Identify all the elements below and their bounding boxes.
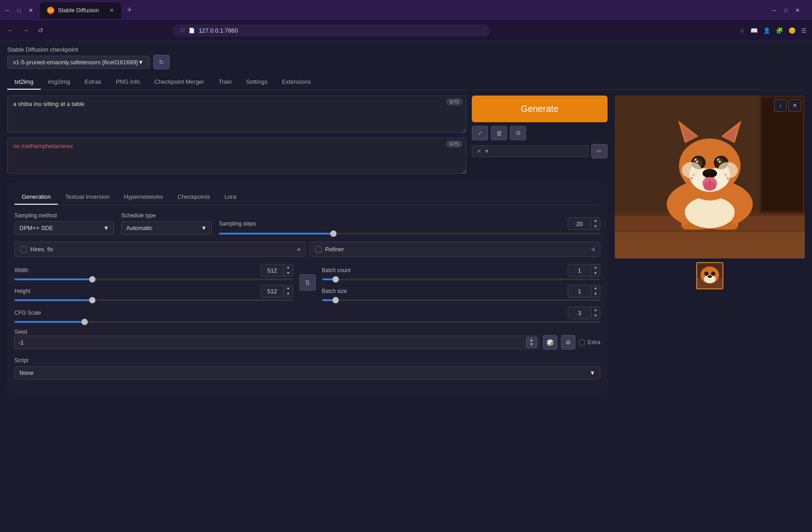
- extra-checkbox[interactable]: [579, 340, 585, 345]
- refresh-checkpoint-button[interactable]: ↻: [153, 55, 170, 69]
- menu-icon[interactable]: ☰: [801, 27, 807, 34]
- tab-extras[interactable]: Extras: [77, 75, 109, 90]
- steps-slider-thumb[interactable]: [330, 230, 337, 237]
- minimize-button[interactable]: ─: [4, 7, 11, 14]
- browser-tab-active[interactable]: SD Stable Diffusion ✕: [40, 2, 121, 19]
- height-value[interactable]: [261, 286, 284, 297]
- gen-tab-lora[interactable]: Lora: [217, 190, 243, 205]
- height-down[interactable]: ▼: [284, 291, 293, 297]
- steps-up-arrow[interactable]: ▲: [591, 218, 600, 224]
- batch-count-up[interactable]: ▲: [591, 264, 600, 270]
- close-image-button[interactable]: ✕: [788, 99, 801, 112]
- address-bar[interactable]: 🛡 📄 127.0.0.1:7860: [173, 24, 489, 37]
- tab-checkpoint-merger[interactable]: Checkpoint Merger: [147, 75, 211, 90]
- sampling-method-dropdown[interactable]: DPM++ SDE ▼: [14, 221, 114, 235]
- refiner-checkbox[interactable]: [315, 246, 322, 253]
- batch-size-down[interactable]: ▼: [591, 291, 600, 297]
- star-icon[interactable]: ☆: [740, 27, 745, 34]
- batch-count-down[interactable]: ▼: [591, 270, 600, 276]
- tab-close-icon[interactable]: ✕: [109, 7, 114, 14]
- tab-settings[interactable]: Settings: [239, 75, 275, 90]
- batch-size-input[interactable]: ▲ ▼: [568, 285, 600, 297]
- gen-tab-hypernetworks[interactable]: Hypernetworks: [117, 190, 171, 205]
- prompt-generate-row: 9/75 a shiba inu sitting at a table 6/75…: [7, 96, 608, 179]
- swap-dimensions-button[interactable]: ⇅: [299, 274, 316, 291]
- cfg-scale-value[interactable]: [568, 308, 591, 318]
- checkpoint-section: Stable Diffusion checkpoint v1-5-pruned-…: [7, 46, 805, 69]
- checkbox-row: Hires. fix ◀ Refiner ◀: [14, 242, 600, 257]
- tab-png-info[interactable]: PNG Info: [109, 75, 147, 90]
- sampling-steps-slider[interactable]: [219, 233, 600, 235]
- batch-size-slider[interactable]: [322, 299, 601, 301]
- browser-minimize[interactable]: ─: [770, 7, 778, 14]
- width-down[interactable]: ▼: [284, 270, 293, 276]
- width-input[interactable]: ▲ ▼: [261, 264, 293, 277]
- height-slider[interactable]: [14, 299, 293, 301]
- trash-button[interactable]: 🗑: [491, 126, 507, 140]
- copy-button[interactable]: ⧉: [510, 126, 526, 140]
- style-dropdown[interactable]: ✕ ▼: [472, 145, 589, 157]
- batch-count-slider[interactable]: [322, 278, 601, 280]
- seed-dice-button[interactable]: 🎲: [543, 335, 557, 350]
- negative-prompt-input[interactable]: no methamphetamines: [7, 138, 466, 174]
- steps-value[interactable]: [568, 219, 591, 229]
- batch-count-value[interactable]: [568, 265, 591, 276]
- batch-size-value[interactable]: [568, 286, 591, 297]
- generate-button[interactable]: Generate: [472, 96, 608, 122]
- reading-icon[interactable]: 📖: [750, 27, 758, 34]
- browser-maximize[interactable]: □: [782, 7, 789, 14]
- cfg-down[interactable]: ▼: [591, 313, 600, 319]
- refresh-button[interactable]: ↺: [36, 25, 45, 36]
- cfg-up[interactable]: ▲: [591, 307, 600, 313]
- tab-extensions[interactable]: Extensions: [275, 75, 318, 90]
- forward-button[interactable]: →: [21, 25, 31, 36]
- hires-fix-checkbox[interactable]: [20, 246, 27, 253]
- width-slider[interactable]: [14, 278, 293, 280]
- tab-train[interactable]: Train: [211, 75, 239, 90]
- gen-tab-checkpoints[interactable]: Checkpoints: [171, 190, 218, 205]
- close-button[interactable]: ✕: [27, 7, 34, 14]
- gen-tab-textual-inversion[interactable]: Textual Inversion: [58, 190, 117, 205]
- cfg-thumb[interactable]: [81, 319, 88, 325]
- height-slider-thumb[interactable]: [89, 297, 95, 303]
- gen-tab-generation[interactable]: Generation: [14, 190, 58, 205]
- style-row: ✕ ▼ ✏: [472, 144, 608, 158]
- paint-button[interactable]: ✏: [591, 144, 608, 158]
- sampling-method-row: Sampling method DPM++ SDE ▼: [14, 212, 114, 235]
- seed-recycle-button[interactable]: ♻: [561, 335, 575, 350]
- positive-prompt-input[interactable]: a shiba inu sitting at a table: [7, 96, 466, 133]
- checkpoint-dropdown[interactable]: v1-5-pruned-emaonly.safetensors [6ce0161…: [7, 56, 150, 69]
- cfg-scale-slider[interactable]: [14, 321, 600, 323]
- height-input[interactable]: ▲ ▼: [261, 285, 293, 297]
- back-button[interactable]: ←: [5, 25, 15, 36]
- width-height-col: Width ▲ ▼: [14, 264, 293, 301]
- schedule-type-dropdown[interactable]: Automatic ▼: [121, 221, 212, 235]
- new-tab-button[interactable]: +: [123, 4, 136, 17]
- tab-img2img[interactable]: img2img: [41, 75, 77, 90]
- height-up[interactable]: ▲: [284, 285, 293, 291]
- batch-size-up[interactable]: ▲: [591, 285, 600, 291]
- paste-button[interactable]: ✓: [472, 126, 488, 140]
- download-image-button[interactable]: ↓: [774, 99, 787, 112]
- script-dropdown[interactable]: None ▼: [14, 366, 600, 379]
- sampling-steps-input[interactable]: ▲ ▼: [568, 217, 600, 230]
- refiner-collapse-icon[interactable]: ◀: [591, 246, 594, 252]
- extensions-icon[interactable]: 🧩: [776, 27, 783, 34]
- hires-fix-collapse-icon[interactable]: ◀: [296, 246, 300, 252]
- batch-count-input[interactable]: ▲ ▼: [568, 264, 600, 277]
- seed-spin[interactable]: ▲ ▼: [526, 337, 537, 348]
- batch-count-thumb[interactable]: [332, 276, 339, 283]
- account-icon[interactable]: 👤: [763, 27, 770, 34]
- width-slider-thumb[interactable]: [89, 276, 95, 283]
- cfg-scale-input[interactable]: ▲ ▼: [568, 307, 600, 319]
- maximize-button[interactable]: □: [15, 7, 23, 14]
- browser-close[interactable]: ✕: [794, 7, 801, 14]
- width-value[interactable]: [261, 265, 284, 276]
- seed-input[interactable]: [17, 337, 524, 348]
- tab-txt2img[interactable]: txt2img: [7, 75, 41, 90]
- batch-size-thumb[interactable]: [332, 297, 339, 303]
- steps-down-arrow[interactable]: ▼: [591, 224, 600, 230]
- emoji-icon[interactable]: 😊: [788, 27, 796, 34]
- thumbnail-1[interactable]: [696, 262, 723, 289]
- width-up[interactable]: ▲: [284, 264, 293, 270]
